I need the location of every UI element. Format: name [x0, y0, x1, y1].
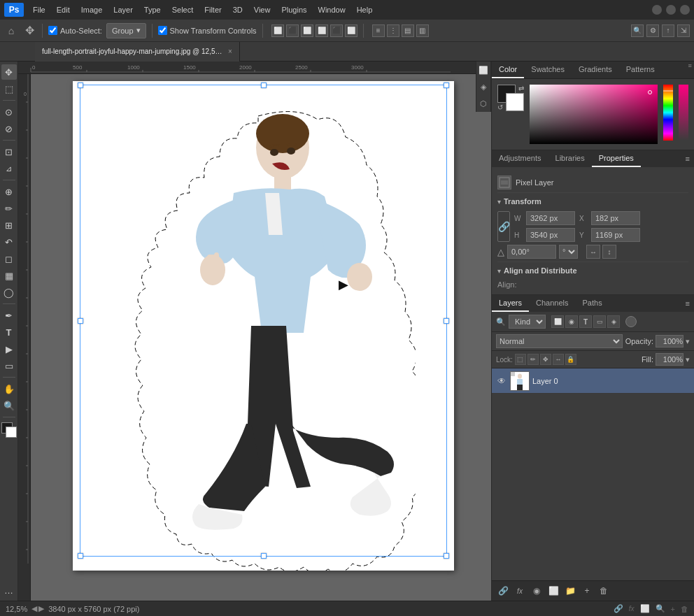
- align-section-header[interactable]: ▾ Align and Distribute: [497, 266, 688, 275]
- align-top-icon[interactable]: ⬜: [316, 24, 328, 37]
- delete-layer-icon[interactable]: 🗑: [597, 584, 611, 598]
- fill-chevron[interactable]: ▾: [686, 355, 690, 364]
- tab-color[interactable]: Color: [492, 62, 524, 78]
- menu-plugins[interactable]: Plugins: [276, 3, 311, 16]
- selection-tool[interactable]: ⬚: [1, 81, 17, 96]
- lasso-tool[interactable]: ⊙: [1, 104, 17, 120]
- menu-edit[interactable]: Edit: [52, 3, 75, 16]
- add-mask-icon[interactable]: ⬜: [546, 584, 560, 598]
- rotation-input[interactable]: [507, 245, 556, 259]
- opacity-input[interactable]: [656, 335, 684, 348]
- align-center-icon[interactable]: ⬛: [286, 24, 299, 37]
- group-dropdown[interactable]: Group ▾: [106, 23, 146, 38]
- menu-image[interactable]: Image: [76, 3, 108, 16]
- transform-handle-tl[interactable]: [78, 83, 83, 88]
- flip-h-icon[interactable]: ↔: [586, 245, 600, 259]
- show-transform-checkbox[interactable]: [158, 26, 167, 35]
- align-bottom-icon[interactable]: ⬜: [345, 24, 357, 37]
- kind-filter-select[interactable]: Kind: [509, 315, 546, 329]
- smart-filter-icon[interactable]: ◈: [607, 315, 620, 328]
- menu-layer[interactable]: Layer: [108, 3, 138, 16]
- tab-adjustments[interactable]: Adjustments: [492, 150, 548, 167]
- nav-prev-icon[interactable]: ◀: [31, 604, 37, 613]
- tab-paths[interactable]: Paths: [576, 295, 609, 312]
- x-input[interactable]: [591, 211, 640, 225]
- home-icon[interactable]: ⌂: [4, 24, 18, 38]
- more-tools[interactable]: …: [1, 582, 17, 598]
- hue-slider[interactable]: [663, 85, 673, 141]
- filter-toggle[interactable]: [625, 316, 637, 327]
- fx-icon[interactable]: fx: [513, 584, 527, 598]
- panel-icon-1[interactable]: ⬜: [476, 63, 490, 77]
- align-right-icon[interactable]: ⬜: [301, 24, 313, 37]
- transform-handle-bl[interactable]: [78, 553, 83, 559]
- maximize-button[interactable]: [666, 5, 676, 15]
- tab-close-button[interactable]: ×: [228, 48, 232, 55]
- blend-mode-select[interactable]: Normal: [496, 334, 623, 348]
- eyedropper-tool[interactable]: ⊿: [1, 161, 17, 176]
- transform-handle-tm[interactable]: [261, 83, 267, 88]
- tab-gradients[interactable]: Gradients: [572, 62, 619, 78]
- shape-filter-icon[interactable]: ▭: [593, 315, 606, 328]
- link-layers-icon[interactable]: 🔗: [496, 584, 510, 598]
- flip-v-icon[interactable]: ↕: [602, 245, 616, 259]
- tab-libraries[interactable]: Libraries: [548, 150, 592, 167]
- crop-tool[interactable]: ⊡: [1, 144, 17, 159]
- settings-icon[interactable]: ⚙: [646, 24, 659, 37]
- menu-filter[interactable]: Filter: [199, 3, 226, 16]
- swap-colors-icon[interactable]: ⇄: [518, 85, 524, 92]
- magic-wand-tool[interactable]: ⊘: [1, 121, 17, 136]
- rotation-dropdown[interactable]: °: [559, 245, 578, 259]
- path-select-tool[interactable]: ▶: [1, 341, 17, 357]
- dodge-tool[interactable]: ◯: [1, 285, 17, 300]
- dist-v-icon[interactable]: ⋮: [387, 24, 399, 37]
- color-panel-collapse[interactable]: ≡: [686, 62, 694, 70]
- fill-input[interactable]: [656, 353, 684, 366]
- spot-healing-tool[interactable]: ⊕: [1, 184, 17, 199]
- transform-handle-ml[interactable]: [78, 318, 83, 324]
- menu-window[interactable]: Window: [313, 3, 350, 16]
- alpha-slider[interactable]: [679, 85, 688, 141]
- properties-menu-icon[interactable]: ≡: [681, 152, 694, 166]
- align-middle-icon[interactable]: ⬛: [330, 24, 343, 37]
- reset-colors-icon[interactable]: ↺: [497, 103, 503, 111]
- text-filter-icon[interactable]: T: [579, 315, 592, 328]
- lock-pixels-icon[interactable]: ⬚: [515, 354, 526, 365]
- menu-select[interactable]: Select: [167, 3, 199, 16]
- tab-swatches[interactable]: Swatches: [524, 62, 572, 78]
- background-color-swatch[interactable]: [506, 93, 524, 111]
- hand-tool[interactable]: ✋: [1, 381, 17, 396]
- add-adjustment-icon[interactable]: ◉: [530, 584, 544, 598]
- background-color[interactable]: [6, 427, 17, 438]
- layer-item[interactable]: 👁: [492, 368, 694, 394]
- gradient-tool[interactable]: ▦: [1, 268, 17, 283]
- opacity-chevron[interactable]: ▾: [686, 337, 690, 346]
- lock-all-icon[interactable]: 🔒: [565, 354, 576, 365]
- menu-file[interactable]: File: [28, 3, 50, 16]
- zoom-tool[interactable]: 🔍: [1, 398, 17, 413]
- transform-handle-tr[interactable]: [444, 83, 449, 88]
- canvas-scroll[interactable]: ▶: [31, 74, 491, 601]
- color-saturation-picker[interactable]: [530, 85, 658, 144]
- y-input[interactable]: [591, 228, 640, 242]
- minimize-button[interactable]: [652, 5, 662, 15]
- move-tool[interactable]: ✥: [1, 64, 17, 80]
- document-tab[interactable]: full-length-portrait-joyful-happy-man-ju…: [35, 42, 240, 62]
- menu-view[interactable]: View: [249, 3, 276, 16]
- menu-help[interactable]: Help: [352, 3, 378, 16]
- add-group-icon[interactable]: 📁: [563, 584, 577, 598]
- transform-handle-mr[interactable]: [444, 318, 449, 324]
- lock-artboard-icon[interactable]: ✥: [540, 354, 551, 365]
- nav-next-icon[interactable]: ▶: [38, 604, 44, 613]
- history-tool[interactable]: ↶: [1, 234, 17, 250]
- tab-patterns[interactable]: Patterns: [619, 62, 662, 78]
- auto-select-checkbox[interactable]: [48, 26, 57, 35]
- panel-icon-3[interactable]: ⬡: [476, 96, 490, 110]
- height-input[interactable]: [526, 228, 575, 242]
- lock-position-icon[interactable]: ✏: [527, 354, 539, 365]
- close-button[interactable]: [680, 5, 690, 15]
- text-tool[interactable]: T: [1, 324, 17, 340]
- dist-extra1[interactable]: ▤: [402, 24, 414, 37]
- eraser-tool[interactable]: ◻: [1, 251, 17, 266]
- transform-handle-br[interactable]: [444, 553, 449, 559]
